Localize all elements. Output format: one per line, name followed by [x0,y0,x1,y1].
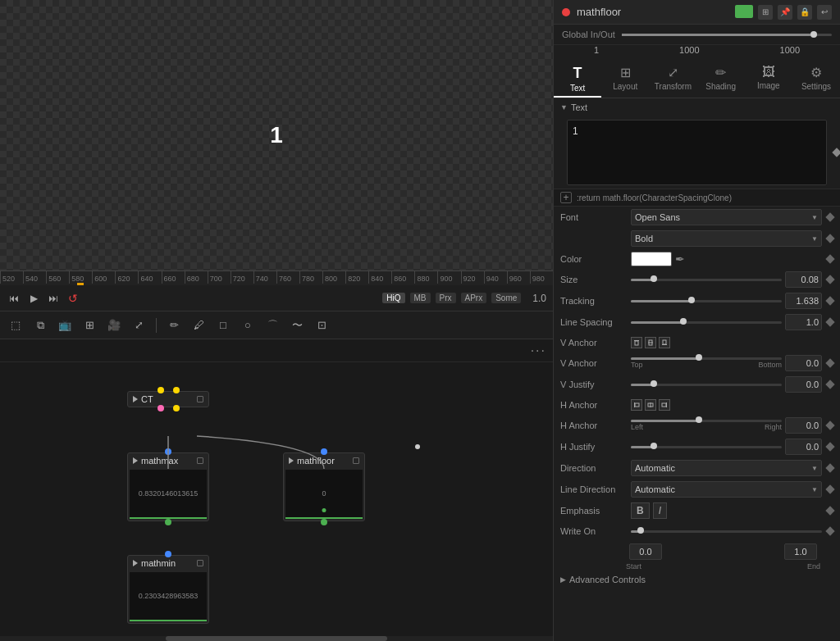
direction-keyframe[interactable] [825,463,834,472]
v-anchor-bottom[interactable] [659,337,670,348]
tab-shading[interactable]: ✏ Shading [697,60,745,98]
font-style-dropdown[interactable]: Bold ▼ [631,230,822,247]
quality-aprx[interactable]: APrx [461,293,487,303]
wave-tool[interactable]: 〜 [288,316,306,334]
grid-tool[interactable]: ⊞ [80,316,98,334]
header-undo-button[interactable]: ↩ [817,5,832,20]
arrows-tool[interactable]: ⤢ [130,316,148,334]
color-picker-icon[interactable]: ✒ [675,252,685,266]
h-anchor-keyframe[interactable] [825,421,834,430]
v-anchor-value[interactable] [785,355,822,371]
h-anchor-left[interactable] [631,399,642,411]
curve-tool[interactable]: ⌒ [263,316,281,334]
v-justify-slider[interactable] [631,384,782,386]
mathfloor-connector-top[interactable] [321,448,327,455]
write-on-start-input[interactable] [629,543,662,560]
h-anchor-mid[interactable] [645,399,656,411]
tracking-slider[interactable] [631,300,782,302]
mathfloor-connector-bottom[interactable] [321,519,327,525]
v-justify-keyframe[interactable] [825,380,834,389]
quality-some[interactable]: Some [491,293,521,303]
emphasis-italic-btn[interactable]: I [653,502,667,519]
h-anchor-value[interactable] [785,417,822,434]
advanced-controls-section[interactable]: ▶ Advanced Controls [554,571,840,589]
v-justify-value[interactable] [785,376,822,393]
line-spacing-value[interactable] [785,314,822,330]
mathmax-connector-bottom[interactable] [165,519,171,525]
tab-settings[interactable]: ⚙ Settings [792,60,840,98]
pen-tool[interactable]: ✏ [165,316,183,334]
cam-tool[interactable]: 🎥 [105,316,123,334]
header-lock-button[interactable]: 🔒 [797,5,812,20]
copy-tool[interactable]: ⧉ [31,316,49,334]
brush-tool[interactable]: 🖊 [189,316,208,334]
global-slider[interactable] [622,34,832,36]
quality-prx[interactable]: Prx [436,293,456,303]
text-section-header[interactable]: ▼ Text [554,98,840,116]
tracking-keyframe[interactable] [825,296,834,305]
tracking-value-input[interactable] [785,293,822,309]
h-anchor-slider[interactable] [631,420,782,422]
mathmin-connector-top[interactable] [165,551,171,557]
play-back-button[interactable]: ⏮ [7,291,21,306]
h-justify-slider[interactable] [631,446,782,448]
size-value-input[interactable] [785,271,822,288]
mathmax-connector-top[interactable] [165,448,171,455]
mathfloor-node-dot[interactable] [353,457,359,464]
line-direction-dropdown[interactable]: Automatic ▼ [631,481,822,498]
global-end-num[interactable]: 1000 [780,45,800,55]
header-action-1[interactable]: ⊞ [758,5,773,20]
rect-tool[interactable]: □ [214,316,232,334]
line-spacing-keyframe[interactable] [825,317,834,326]
font-style-keyframe[interactable] [825,234,834,243]
image-tool[interactable]: ⊡ [313,316,331,334]
emphasis-bold-btn[interactable]: B [631,502,650,519]
timeline-ruler[interactable]: 5205405605806006206406606807007207407607… [0,270,553,285]
text-diamond-keyframe[interactable] [832,148,840,157]
line-direction-keyframe[interactable] [825,484,834,493]
node-mathmin[interactable]: mathmin 0.2303428963583 [127,555,209,624]
render-tool[interactable]: 📺 [56,316,74,334]
v-anchor-top[interactable] [631,337,642,348]
node-active-toggle[interactable] [735,5,753,18]
h-justify-value[interactable] [785,439,822,455]
mathmin-node-dot[interactable] [197,560,203,566]
node-mathfloor-graph[interactable]: mathfloor 0 [283,452,365,521]
font-keyframe[interactable] [825,212,834,221]
emphasis-keyframe[interactable] [825,506,834,515]
write-on-end-input[interactable] [784,543,817,560]
h-anchor-right[interactable] [659,399,670,411]
v-anchor-keyframe[interactable] [825,358,834,367]
tab-image[interactable]: 🖼 Image [745,60,792,98]
v-anchor-slider[interactable] [631,357,782,360]
expression-add-btn[interactable]: + [560,192,572,203]
font-name-dropdown[interactable]: Open Sans ▼ [631,209,822,225]
global-mid-num[interactable]: 1000 [679,45,699,55]
direction-dropdown[interactable]: Automatic ▼ [631,460,822,476]
tab-layout[interactable]: ⊞ Layout [601,60,649,98]
header-pin-button[interactable]: 📌 [778,5,792,20]
size-keyframe[interactable] [825,275,834,284]
ct-expand-arrow[interactable] [133,396,138,402]
node-mathmax[interactable]: mathmax 0.8320146013615 [127,452,209,521]
mathmax-node-dot[interactable] [197,457,203,464]
node-scrollbar[interactable] [0,636,553,641]
loop-button[interactable]: ↺ [66,291,80,306]
h-justify-keyframe[interactable] [825,442,834,451]
ct-connector-top-left[interactable] [158,387,164,393]
quality-hiq[interactable]: HiQ [382,293,404,303]
tab-text[interactable]: T Text [554,60,601,98]
play-button[interactable]: ▶ [26,291,41,306]
mathfloor-expand-arrow[interactable] [289,457,294,464]
line-spacing-slider[interactable] [631,321,782,324]
node-graph[interactable]: ··· CT [0,339,553,641]
play-forward-button[interactable]: ⏭ [46,291,61,306]
node-ct[interactable]: CT [127,391,209,407]
ct-connector-bottom-left[interactable] [158,405,164,411]
mathmax-expand-arrow[interactable] [133,457,138,464]
write-on-slider[interactable] [631,530,822,533]
mathmin-expand-arrow[interactable] [133,560,138,566]
node-scrollbar-thumb[interactable] [166,636,387,641]
write-on-keyframe[interactable] [825,526,834,535]
global-start-num[interactable]: 1 [594,45,599,55]
